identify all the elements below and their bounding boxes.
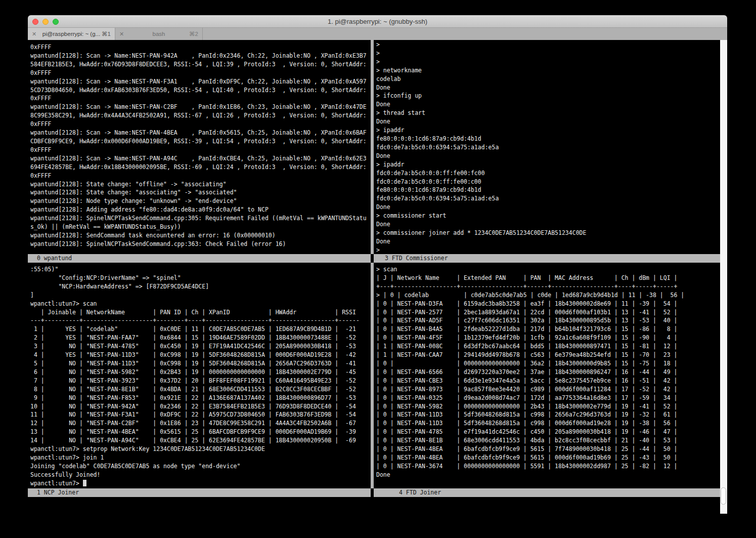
pane-divider[interactable]	[371, 263, 374, 488]
pane-title-ftd-joiner: 4 FTD Joiner	[374, 488, 720, 497]
pane-ncp-joiner[interactable]: :55:05)" "Config:NCP:DriverName" => "spi…	[30, 265, 371, 488]
terminal-cursor	[83, 480, 86, 486]
pane-ftd-joiner[interactable]: > scan | J | Network Name | Extended PAN…	[376, 265, 720, 488]
pane-divider[interactable]	[371, 40, 374, 254]
pane-title-wpantund: 0 wpantund	[28, 254, 371, 263]
tab-shortcut: ⌘2	[189, 28, 198, 40]
tab-bash[interactable]: ✕ bash ⌘2	[115, 28, 203, 40]
terminal-window: 1. pi@raspberrypi: ~ (gnubby-ssh) ✕ pi@r…	[28, 15, 727, 514]
tab-shortcut: ⌘1	[102, 28, 111, 40]
scrollbar-track[interactable]	[720, 40, 727, 514]
wpanctl-prompt-line[interactable]: wpanctl:utun7>	[30, 479, 86, 488]
tab-ssh-session[interactable]: ✕ pi@raspberrypi: ~ (g... ⌘1	[28, 28, 115, 40]
pane-title-ftd-commissioner: 3 FTD Commissioner	[374, 254, 720, 263]
tab-bar: ✕ pi@raspberrypi: ~ (g... ⌘1 ✕ bash ⌘2	[28, 28, 727, 40]
wpanctl-prompt: wpanctl:utun7>	[30, 480, 79, 487]
window-titlebar[interactable]: 1. pi@raspberrypi: ~ (gnubby-ssh)	[28, 15, 727, 28]
terminal-content: 0xFFFF wpantund[2128]: Scan -> Name:NEST…	[28, 40, 727, 514]
scrollbar-thumb[interactable]	[721, 487, 726, 505]
pane-title-ncp-joiner: 1 NCP Joiner	[28, 488, 371, 497]
pane-ftd-commissioner[interactable]: > > > > networkname codelab Done > ifcon…	[376, 40, 720, 254]
pane-wpantund-log[interactable]: 0xFFFF wpantund[2128]: Scan -> Name:NEST…	[30, 43, 371, 254]
window-title: 1. pi@raspberrypi: ~ (gnubby-ssh)	[28, 15, 727, 28]
